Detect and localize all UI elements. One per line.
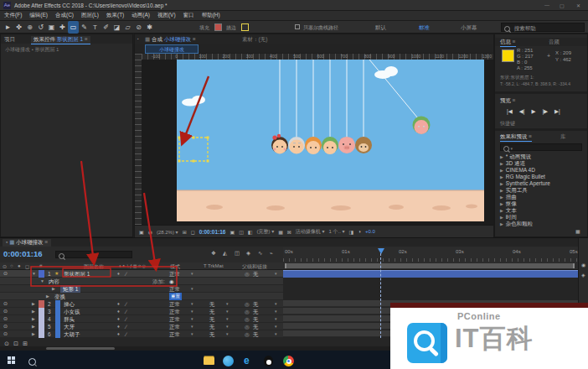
composition-canvas[interactable] (177, 60, 484, 221)
quality-icon[interactable]: ♦ (117, 330, 120, 338)
menu-item[interactable]: 效果(T) (106, 12, 124, 19)
composition-flowchart-icon[interactable]: ❖ (211, 250, 216, 257)
tab-timeline-comp[interactable]: ▪ ▦ 小球碰撞改 ≡ (3, 239, 51, 247)
quality-slash-icon[interactable]: ∕ (126, 300, 126, 308)
rectangle-label[interactable]: 矩形 1 (60, 285, 80, 293)
caret-right-icon[interactable]: ▶ (500, 161, 503, 166)
collapse-icon[interactable]: ▼ (40, 278, 44, 285)
layer-duration-bar-selected[interactable] (283, 270, 578, 278)
transform-label[interactable]: 变换 (54, 293, 65, 300)
always-preview-icon[interactable]: ▣ (139, 229, 144, 235)
mode-value[interactable]: 正常 (169, 300, 180, 308)
quality-icon[interactable]: ♦ (117, 300, 120, 308)
tab-effect-controls[interactable]: 效果控件 形状图层 1 ≡ (31, 36, 90, 44)
caret-right-icon[interactable]: ▶ (500, 208, 503, 213)
quality-icon[interactable]: ♦ (117, 270, 120, 278)
exposure-icon[interactable]: ◑ (358, 229, 361, 234)
dropdown-icon[interactable]: ▾ (191, 300, 193, 308)
caret-right-icon[interactable]: ▶ (500, 195, 503, 200)
dropdown-icon[interactable]: ▾ (226, 300, 229, 308)
胖头[interactable]: ⊙ ▶ 4 胖头 ♦ ∕ 正常 ▾ 无 ▾ ◎ 无 ▾ (0, 315, 283, 323)
tab-info[interactable]: 信息 ≡ (500, 39, 516, 47)
quality-slash-icon[interactable]: ∕ (126, 315, 126, 323)
grid-options-icon[interactable]: ⊞ (183, 229, 187, 235)
workspace-small-screen[interactable]: 小屏幕 (461, 24, 477, 32)
frame-blend-icon[interactable]: ◈ (246, 250, 250, 257)
effects-category-row[interactable]: ▶CINEMA 4D (497, 167, 585, 174)
effects-search-input[interactable]: ▾ (500, 143, 582, 151)
layer-name[interactable]: 形状图层 1 (64, 270, 90, 278)
parent-link-icon[interactable]: ◎ (245, 270, 250, 278)
menu-item[interactable]: 编辑(E) (29, 12, 48, 19)
zoom-level-dropdown[interactable]: (28.2%) ▾ (157, 229, 178, 235)
collapse-icon[interactable]: ▼ (32, 270, 36, 278)
effects-category-row[interactable]: ▶杂色和颗粒 (497, 221, 585, 227)
effects-category-row[interactable]: ▶3D 通道 (497, 160, 585, 167)
playhead-marker[interactable] (378, 248, 384, 254)
trkmat-value[interactable]: 无 (209, 315, 215, 323)
label-color-chip[interactable] (39, 300, 44, 308)
menu-item[interactable]: 文件(F) (4, 12, 22, 19)
file-explorer-icon[interactable] (204, 357, 214, 365)
next-frame-button[interactable]: |▶ (542, 108, 548, 115)
bezier-checkbox[interactable] (295, 24, 300, 29)
mode-value[interactable]: 正常 (169, 315, 180, 323)
parent-value[interactable]: 无 (253, 270, 259, 278)
dropdown-icon[interactable]: ▾ (226, 330, 229, 338)
parent-value[interactable]: 无 (253, 308, 259, 315)
last-frame-button[interactable]: ▶| (554, 108, 560, 115)
effects-category-row[interactable]: ▶扭曲 (497, 194, 585, 200)
taskbar-search-icon[interactable] (28, 358, 36, 366)
qq-icon[interactable] (264, 356, 273, 366)
tab-effects-presets[interactable]: 效果和预设 ≡ (500, 133, 532, 142)
dropdown-icon[interactable]: ▾ (275, 308, 277, 315)
eye-icon[interactable]: ⊙ (3, 323, 8, 330)
dropdown-icon[interactable]: ▾ (191, 323, 193, 330)
rect-mode-value[interactable]: 正常 (169, 285, 180, 293)
mode-value[interactable]: 正常 (169, 330, 180, 338)
workspace-standard[interactable]: 标准 (419, 24, 430, 32)
parent-link-icon[interactable]: ◎ (245, 308, 250, 315)
graph-editor-icon[interactable]: ⌁ (270, 250, 273, 257)
menu-item[interactable]: 合成(C) (55, 12, 74, 19)
parent-link-icon[interactable]: ◎ (245, 300, 250, 308)
mask-visibility-icon[interactable]: ◻ (191, 229, 195, 235)
zoom-tool-icon[interactable]: ⊕ (24, 21, 35, 34)
dropdown-icon[interactable]: ▾ (191, 330, 193, 338)
quality-icon[interactable]: ♦ (117, 315, 120, 323)
layer-name[interactable]: 小女孩 (64, 308, 80, 315)
parent-link-icon[interactable]: ◎ (245, 330, 250, 338)
preview-panel-header[interactable]: 预览 ≡ (500, 97, 516, 105)
dropdown-icon[interactable]: ▾ (226, 323, 229, 330)
comp-selector-tab[interactable]: 小球碰撞改 (145, 44, 199, 54)
caret-right-icon[interactable]: ▶ (32, 300, 35, 308)
caret-right-icon[interactable]: ▶ (500, 181, 503, 186)
property-row-rectangle[interactable]: ▶ 矩形 1 正常 ▾ (0, 285, 283, 293)
layer-name[interactable]: 胖头 (64, 315, 75, 323)
effects-category-row[interactable]: ▶抠像 (497, 200, 585, 207)
dropdown-icon[interactable]: ▾ (275, 330, 277, 338)
parent-value[interactable]: 无 (253, 323, 259, 330)
browser-icon[interactable] (223, 356, 234, 366)
caret-right-icon[interactable]: ▶ (52, 285, 55, 293)
panel-menu-icon[interactable]: ≡ (513, 39, 516, 44)
eraser-tool-icon[interactable]: ▱ (122, 21, 133, 34)
parent-link-icon[interactable]: ◎ (245, 323, 250, 330)
tab-libraries[interactable]: 库 (560, 133, 566, 141)
comp-button-icon[interactable]: ◈ (581, 272, 585, 278)
tab-project[interactable]: 项目 (4, 36, 15, 44)
effects-category-row[interactable]: ▶文本 (497, 207, 585, 214)
trkmat-value[interactable]: 无 (209, 330, 215, 338)
dropdown-icon[interactable]: ▾ (275, 300, 277, 308)
大胡子[interactable]: ⊙ ▶ 6 大胡子 ♦ ∕ 正常 ▾ 无 ▾ ◎ 无 ▾ (0, 330, 283, 338)
eye-icon[interactable]: ⊙ (3, 308, 8, 315)
caret-right-icon[interactable]: ▶ (32, 308, 35, 315)
panel-menu-icon[interactable]: ≡ (513, 97, 516, 103)
rotation-tool-icon[interactable]: ↺ (35, 21, 46, 34)
property-row-contents[interactable]: ▼ 内容 添加: ◉ (0, 278, 283, 285)
effects-category-row[interactable]: ▶实用工具 (497, 187, 585, 194)
menu-item[interactable]: 图层(L) (81, 12, 99, 19)
property-row-transform[interactable]: ▶ 变换 重置 (0, 293, 283, 300)
menu-item[interactable]: 帮助(H) (202, 12, 220, 19)
caret-right-icon[interactable]: ▶ (32, 315, 35, 323)
